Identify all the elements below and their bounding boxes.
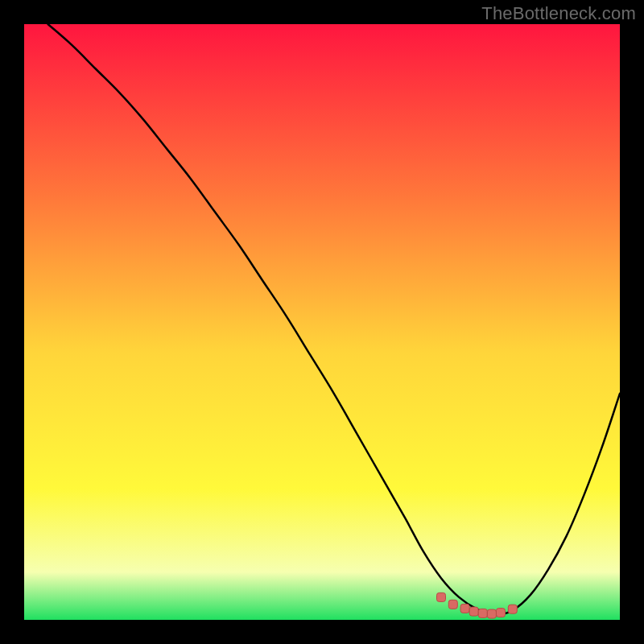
marker-dot: [469, 607, 478, 616]
chart-frame: TheBottleneck.com: [0, 0, 644, 644]
gradient-background: [24, 24, 620, 620]
marker-dot: [437, 592, 446, 601]
marker-dot: [460, 604, 469, 613]
marker-dot: [508, 605, 517, 613]
marker-dot: [478, 609, 487, 617]
marker-dot: [448, 600, 457, 609]
watermark-text: TheBottleneck.com: [481, 3, 636, 24]
plot-area: [24, 24, 620, 620]
marker-dot: [497, 609, 506, 617]
marker-dot: [487, 609, 496, 618]
bottleneck-chart: [24, 24, 620, 620]
